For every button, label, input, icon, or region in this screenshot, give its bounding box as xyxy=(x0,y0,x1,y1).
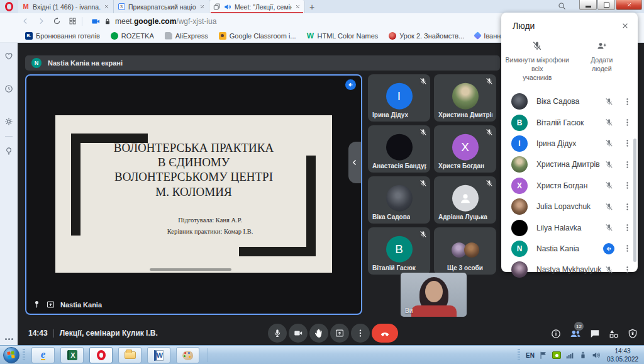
tab-strip: M Вхідні (1 466) - ivanna.kuly 3 Прикарп… xyxy=(0,0,644,13)
reload-icon[interactable] xyxy=(53,17,61,25)
taskbar-word-button[interactable]: W xyxy=(147,347,170,363)
add-people-button[interactable]: Додатилюдей xyxy=(570,41,635,82)
camera-button[interactable] xyxy=(289,324,308,343)
tile-iryna[interactable]: I Ірина Дідух xyxy=(368,74,430,122)
history-icon[interactable] xyxy=(0,81,18,97)
chat-button[interactable] xyxy=(590,329,600,339)
tile-khrystia[interactable]: X Христя Богдан xyxy=(434,125,496,173)
tab-close-icon[interactable] xyxy=(199,4,205,9)
language-indicator[interactable]: EN xyxy=(526,352,535,359)
tile-khrystyna[interactable]: Христина Дмитрів xyxy=(434,74,496,122)
tile-vitalii[interactable]: B Віталій Гасюк xyxy=(368,227,430,275)
action-center-flag-icon[interactable] xyxy=(539,351,548,360)
more-options-icon[interactable] xyxy=(623,266,631,274)
tab-meet-active[interactable]: Meet: "Лекції, семінар xyxy=(209,0,305,13)
sidebar-more-icon[interactable] xyxy=(0,338,18,340)
taskbar-ie-button[interactable]: e xyxy=(31,347,55,363)
more-options-icon[interactable] xyxy=(623,244,631,253)
bookmark-urok[interactable]: Урок 2. Знайомств... xyxy=(389,32,464,40)
slide-scrollbar[interactable] xyxy=(150,268,231,271)
host-controls-button[interactable] xyxy=(628,329,638,339)
pin-icon[interactable] xyxy=(33,300,41,309)
bookmark-booking[interactable]: B.Бронювання готелів xyxy=(25,32,100,40)
tile-adriana[interactable]: Адріана Луцька xyxy=(434,176,496,224)
more-options-icon[interactable] xyxy=(623,181,631,190)
speaker-icon[interactable] xyxy=(592,351,601,360)
end-call-button[interactable] xyxy=(372,324,398,343)
maximize-button[interactable] xyxy=(597,0,615,10)
panel-scrollbar[interactable] xyxy=(633,139,636,262)
mic-off-icon[interactable] xyxy=(605,266,613,274)
speed-dial-icon[interactable] xyxy=(69,17,77,25)
usb-device-icon[interactable] xyxy=(579,351,587,360)
close-button[interactable] xyxy=(616,0,642,10)
more-options-icon[interactable] xyxy=(623,224,631,232)
mic-off-icon[interactable] xyxy=(605,224,613,232)
info-button[interactable] xyxy=(551,329,561,339)
more-options-button[interactable] xyxy=(351,324,370,343)
lock-icon[interactable] xyxy=(104,18,111,25)
tile-more-people[interactable]: Ще 3 особи xyxy=(434,227,496,275)
more-options-icon[interactable] xyxy=(623,203,631,211)
tab-close-icon[interactable] xyxy=(104,4,109,9)
tab-search-icon[interactable] xyxy=(558,2,566,10)
self-view-tile[interactable]: Ви xyxy=(401,273,467,317)
raise-hand-button[interactable] xyxy=(309,324,328,343)
bookmark-w3schools[interactable]: WHTML Color Names xyxy=(307,32,379,40)
mic-off-icon[interactable] xyxy=(605,118,613,127)
more-options-icon[interactable] xyxy=(623,161,631,169)
taskbar-explorer-button[interactable] xyxy=(118,347,142,363)
presenting-icon[interactable] xyxy=(47,300,55,309)
presentation-tile[interactable]: ВОЛОНТЕРСЬКА ПРАКТИКА В ЄДИНОМУ ВОЛОНТЕР… xyxy=(25,74,362,315)
mic-button[interactable] xyxy=(268,324,287,343)
activities-button[interactable] xyxy=(609,329,619,339)
bookmark-classroom[interactable]: Google Classroom i... xyxy=(219,32,296,40)
nvidia-icon[interactable] xyxy=(552,351,561,359)
mic-off-icon[interactable] xyxy=(605,98,613,106)
network-signal-icon[interactable] xyxy=(565,351,574,360)
slide: ВОЛОНТЕРСЬКА ПРАКТИКА В ЄДИНОМУ ВОЛОНТЕР… xyxy=(55,115,332,273)
tab-gmail[interactable]: M Вхідні (1 466) - ivanna.kuly xyxy=(18,0,114,13)
tray-clock[interactable]: 14:43 03.05.2022 xyxy=(605,347,643,363)
present-button[interactable] xyxy=(330,324,349,343)
tab-audio-icon[interactable] xyxy=(224,3,231,11)
back-icon[interactable] xyxy=(21,17,30,25)
tile-anastasiia[interactable]: Анастасія Бандура xyxy=(368,125,430,173)
people-button[interactable]: 12 xyxy=(570,328,581,339)
tile-vika[interactable]: Віка Садова xyxy=(368,176,430,224)
favorites-heart-icon[interactable] xyxy=(0,48,18,64)
tab-title: Meet: "Лекції, семінар xyxy=(235,3,292,11)
mic-off-icon[interactable] xyxy=(605,181,613,190)
address-bar[interactable]: meet.google.com/wgf-xjst-iua xyxy=(91,17,520,26)
mute-all-button[interactable]: Вимкнути мікрофони всіхучасників xyxy=(505,41,570,82)
more-options-icon[interactable] xyxy=(623,139,631,147)
collapse-chevron-button[interactable] xyxy=(348,142,361,183)
screen: M Вхідні (1 466) - ivanna.kuly 3 Прикарп… xyxy=(0,0,644,364)
bookmark-rozetka[interactable]: ROZETKA xyxy=(111,32,154,40)
more-options-icon[interactable] xyxy=(623,118,631,127)
tab-university[interactable]: 3 Прикарпатський націонал xyxy=(114,0,209,13)
new-tab-button[interactable]: + xyxy=(305,0,319,13)
panel-close-icon[interactable] xyxy=(621,22,629,30)
tips-bulb-icon[interactable] xyxy=(0,143,18,159)
tab-close-icon[interactable] xyxy=(295,4,301,9)
taskbar-excel-button[interactable]: X xyxy=(60,347,84,363)
taskbar-paint-button[interactable] xyxy=(176,347,199,363)
forward-icon[interactable] xyxy=(37,17,45,25)
settings-gear-icon[interactable] xyxy=(0,113,18,130)
avatar: N xyxy=(511,241,528,257)
mic-off-icon[interactable] xyxy=(605,161,613,169)
sidebar-divider xyxy=(5,136,13,137)
tray-handle[interactable] xyxy=(518,349,520,361)
slide-title: ВОЛОНТЕРСЬКА ПРАКТИКА В ЄДИНОМУ ВОЛОНТЕР… xyxy=(80,140,307,199)
mic-off-icon[interactable] xyxy=(605,139,613,147)
start-button[interactable] xyxy=(3,347,19,363)
more-options-icon[interactable] xyxy=(623,98,631,106)
quicklaunch-handle[interactable] xyxy=(23,349,25,361)
camera-in-use-icon[interactable] xyxy=(91,17,100,26)
minimize-button[interactable] xyxy=(579,0,597,10)
bookmark-aliexpress[interactable]: AliExpress xyxy=(165,32,208,40)
opera-logo[interactable] xyxy=(5,2,13,11)
taskbar-opera-button[interactable] xyxy=(89,347,113,363)
mic-off-icon[interactable] xyxy=(605,203,613,211)
